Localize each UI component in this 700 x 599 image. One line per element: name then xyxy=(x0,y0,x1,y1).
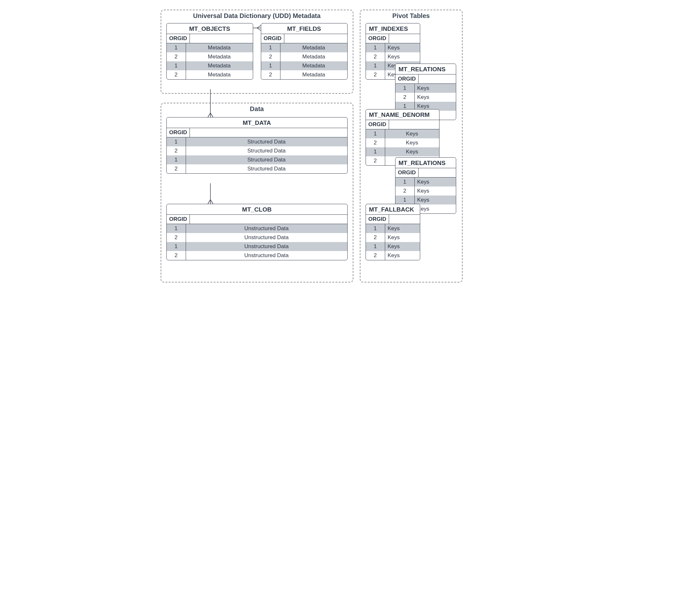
table-row: 1Keys xyxy=(366,242,420,251)
col-blank xyxy=(389,120,439,129)
table-title: MT_RELATIONS xyxy=(396,158,456,168)
table-header-row: ORGID xyxy=(167,128,347,137)
col-blank xyxy=(284,34,347,43)
table-title: MT_OBJECTS xyxy=(167,23,253,34)
table-row: 2Unstructured Data xyxy=(167,233,347,242)
table-mt-objects: MT_OBJECTS ORGID 1Metadata 2Metadata 1Me… xyxy=(167,23,253,80)
col-orgid: ORGID xyxy=(167,215,190,224)
col-orgid: ORGID xyxy=(396,168,419,177)
col-orgid: ORGID xyxy=(366,215,389,224)
table-row: 2Keys xyxy=(396,186,456,196)
col-orgid: ORGID xyxy=(167,128,190,137)
col-blank xyxy=(419,168,455,177)
group-data-title: Data xyxy=(161,105,353,113)
table-header-row: ORGID xyxy=(396,75,456,84)
table-row: 1Metadata xyxy=(261,43,347,52)
table-mt-fields: MT_FIELDS ORGID 1Metadata 2Metadata 1Met… xyxy=(261,23,348,80)
table-row: 1Keys xyxy=(366,224,420,233)
table-row: 1Unstructured Data xyxy=(167,224,347,233)
table-header-row: ORGID xyxy=(396,168,456,178)
table-row: 1Keys xyxy=(366,129,439,138)
table-mt-clob: MT_CLOB ORGID 1Unstructured Data 2Unstru… xyxy=(167,204,348,260)
table-row: 1Keys xyxy=(396,196,456,205)
table-title: MT_FALLBACK xyxy=(366,204,420,215)
col-blank xyxy=(389,215,420,224)
col-blank xyxy=(190,34,252,43)
table-mt-data: MT_DATA ORGID 1Structured Data 2Structur… xyxy=(167,117,348,174)
table-row: 1Metadata xyxy=(261,61,347,70)
table-row: 2Metadata xyxy=(167,70,253,79)
table-header-row: ORGID xyxy=(366,215,420,224)
table-row: 2Keys xyxy=(396,93,456,102)
col-orgid: ORGID xyxy=(366,120,389,129)
table-title: MT_RELATIONS xyxy=(396,64,456,75)
table-row: 2Keys xyxy=(366,251,420,260)
table-header-row: ORGID xyxy=(167,215,347,224)
table-header-row: ORGID xyxy=(167,34,253,43)
table-row: 1Keys xyxy=(396,178,456,186)
group-udd-title: Universal Data Dictionary (UDD) Metadata xyxy=(161,12,353,20)
table-row: 2Metadata xyxy=(261,52,347,61)
table-title: MT_NAME_DENORM xyxy=(366,109,439,120)
table-row: 2Metadata xyxy=(261,70,347,79)
table-title: MT_INDEXES xyxy=(366,23,420,34)
table-row: 1Metadata xyxy=(167,61,253,70)
col-blank xyxy=(389,34,420,43)
col-orgid: ORGID xyxy=(366,34,389,43)
table-title: MT_DATA xyxy=(167,118,347,128)
table-row: 1Unstructured Data xyxy=(167,242,347,251)
table-row: 1Structured Data xyxy=(167,137,347,147)
table-row: 1Keys xyxy=(396,84,456,93)
col-blank xyxy=(190,215,347,224)
table-row: 1Keys xyxy=(366,43,420,52)
table-row: 1Structured Data xyxy=(167,155,347,164)
table-title: MT_FIELDS xyxy=(261,23,347,34)
table-row: 2Unstructured Data xyxy=(167,251,347,260)
table-header-row: ORGID xyxy=(366,34,420,43)
table-row: 2Keys xyxy=(366,138,439,147)
table-header-row: ORGID xyxy=(366,120,439,129)
table-row: 2Keys xyxy=(366,52,420,61)
col-orgid: ORGID xyxy=(396,75,419,83)
table-row: 1Keys xyxy=(366,147,439,156)
group-pivot-title: Pivot Tables xyxy=(360,12,462,20)
table-row: 1Metadata xyxy=(167,43,253,52)
col-orgid: ORGID xyxy=(167,34,190,43)
table-row: 2Keys xyxy=(366,233,420,242)
diagram-canvas: Universal Data Dictionary (UDD) Metadata… xyxy=(160,10,540,334)
table-row: 2Structured Data xyxy=(167,164,347,173)
table-title: MT_CLOB xyxy=(167,204,347,215)
col-orgid: ORGID xyxy=(261,34,284,43)
table-row: 2Metadata xyxy=(167,52,253,61)
col-blank xyxy=(419,75,455,83)
table-mt-fallback: MT_FALLBACK ORGID 1Keys 2Keys 1Keys 2Key… xyxy=(366,204,420,260)
col-blank xyxy=(190,128,347,137)
table-row: 2Structured Data xyxy=(167,147,347,155)
table-header-row: ORGID xyxy=(261,34,347,43)
